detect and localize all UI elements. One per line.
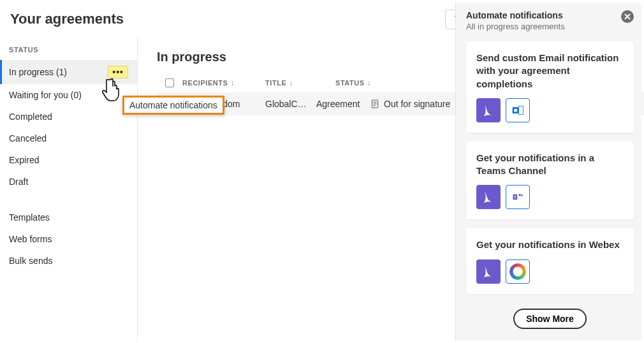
sidebar: STATUS In progress (1) ••• Waiting for y… <box>0 36 138 342</box>
sidebar-item-label: Canceled <box>9 133 47 143</box>
svg-rect-11 <box>519 106 523 114</box>
automation-card-email[interactable]: Send custom Email notification with your… <box>466 41 634 133</box>
automation-card-webex[interactable]: Get your notifications in Webex <box>466 228 634 293</box>
checkbox-icon[interactable] <box>165 78 174 87</box>
svg-point-15 <box>519 194 521 196</box>
sidebar-item-label: Templates <box>9 212 50 223</box>
sidebar-item-draft[interactable]: Draft <box>0 171 137 193</box>
card-title: Send custom Email notification with your… <box>476 52 624 91</box>
column-status[interactable]: STATUS ↓ <box>335 78 418 87</box>
sidebar-item-completed[interactable]: Completed <box>0 106 137 128</box>
show-more-button[interactable]: Show More <box>513 309 587 329</box>
sidebar-item-webforms[interactable]: Web forms <box>0 228 137 250</box>
document-icon <box>370 99 380 109</box>
acrobat-tile[interactable] <box>476 98 501 122</box>
sidebar-item-waiting[interactable]: Waiting for you (0) <box>0 84 137 106</box>
sidebar-item-in-progress[interactable]: In progress (1) ••• <box>0 60 137 84</box>
sidebar-item-canceled[interactable]: Canceled <box>0 128 137 149</box>
more-actions-button[interactable]: ••• <box>108 66 128 78</box>
panel-subtitle: All in progress agreements <box>466 22 565 31</box>
column-recipients[interactable]: RECIPIENTS ↓ <box>182 78 265 87</box>
sidebar-heading: STATUS <box>0 46 137 60</box>
sidebar-item-label: Completed <box>9 112 52 122</box>
svg-point-12 <box>514 108 517 112</box>
sidebar-item-label: Web forms <box>9 234 52 244</box>
column-title[interactable]: TITLE ↓ <box>265 78 335 87</box>
sidebar-item-label: Draft <box>9 177 28 187</box>
menu-item-automate[interactable]: Automate notifications <box>129 100 217 110</box>
select-all-cell[interactable] <box>157 78 182 87</box>
page-title: Your agreements <box>10 11 124 27</box>
sidebar-item-label: Bulk sends <box>9 256 52 266</box>
sort-arrow-icon: ↓ <box>231 78 235 87</box>
outlook-tile[interactable] <box>506 98 530 122</box>
row-title: GlobalC… <box>265 99 316 109</box>
svg-text:T: T <box>514 195 516 200</box>
automation-card-teams[interactable]: Get your notifications in a Teams Channe… <box>466 142 634 220</box>
webex-tile[interactable] <box>506 259 530 284</box>
acrobat-tile[interactable] <box>476 259 501 284</box>
sidebar-item-label: Waiting for you (0) <box>9 90 82 100</box>
svg-point-16 <box>521 195 523 197</box>
card-title: Get your notifications in a Teams Channe… <box>476 152 624 178</box>
card-title: Get your notifications in Webex <box>476 238 624 251</box>
panel-title: Automate notifications <box>466 10 565 20</box>
teams-tile[interactable]: T <box>506 185 530 209</box>
sidebar-item-templates[interactable]: Templates <box>0 207 137 228</box>
row-type: Agreement <box>316 99 367 109</box>
sort-arrow-icon: ↓ <box>367 78 372 87</box>
close-button[interactable] <box>621 10 634 23</box>
sidebar-item-label: In progress (1) <box>9 67 67 77</box>
sort-arrow-icon: ↓ <box>289 78 293 87</box>
row-status: Out for signature <box>367 99 450 109</box>
sidebar-item-label: Expired <box>9 155 39 165</box>
acrobat-tile[interactable] <box>476 185 501 209</box>
webex-icon <box>509 263 526 280</box>
sidebar-item-expired[interactable]: Expired <box>0 149 137 171</box>
context-menu[interactable]: Automate notifications <box>122 96 224 115</box>
sidebar-item-bulksends[interactable]: Bulk sends <box>0 250 137 272</box>
automation-panel: Automate notifications All in progress a… <box>455 3 641 340</box>
